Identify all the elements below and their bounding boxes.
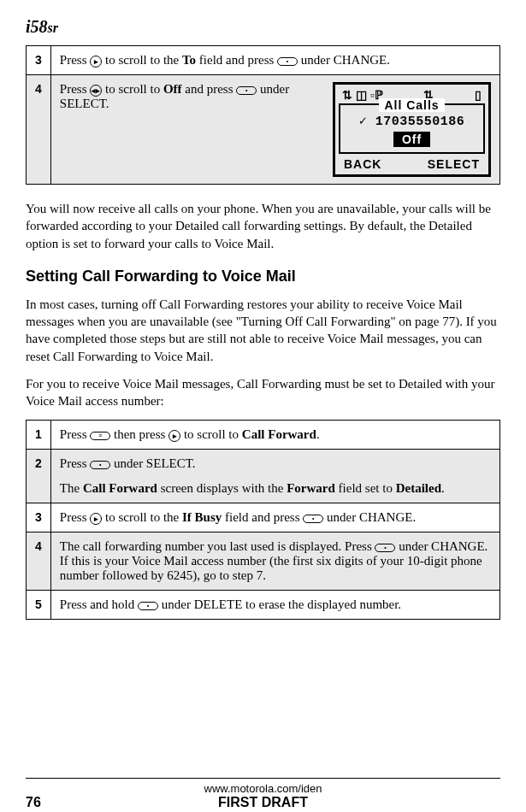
steps-table-2: 1 Press ≡ then press ▸ to scroll to Call… xyxy=(26,420,500,620)
step-row: 3 Press ▸ to scroll to the To field and … xyxy=(27,46,500,75)
step-number: 2 xyxy=(27,450,51,503)
step-text: Press ▸ to scroll to the To field and pr… xyxy=(50,46,499,75)
softkey-icon: • xyxy=(138,602,158,610)
step-text: ⇅ ◫ ▫ℙ ⇅ ▯ All Calls ✓ 17035550186 Off B… xyxy=(50,75,499,185)
product-logo: i58sr xyxy=(26,17,500,37)
step-row: 5 Press and hold • under DELETE to erase… xyxy=(27,591,500,620)
softkey-icon: • xyxy=(236,86,257,95)
step-number: 5 xyxy=(27,591,51,620)
page-footer-row: 76 FIRST DRAFT 00 xyxy=(26,795,500,810)
step-text: The call forwarding number you last used… xyxy=(50,533,499,591)
right-scroll-icon: ▸ xyxy=(90,56,102,68)
right-scroll-icon: ▸ xyxy=(90,513,102,525)
step-row: 3 Press ▸ to scroll to the If Busy field… xyxy=(27,503,500,533)
paragraph: In most cases, turning off Call Forwardi… xyxy=(26,296,500,365)
footer: www.motorola.com/iden xyxy=(26,778,500,795)
step-number: 3 xyxy=(27,46,51,75)
softkey-icon: • xyxy=(277,57,298,66)
step-text: Press ▸ to scroll to the If Busy field a… xyxy=(50,503,499,533)
footer-url: www.motorola.com/iden xyxy=(204,782,322,795)
screen-title: All Calls xyxy=(379,98,444,112)
step-text: Press • under SELECT. The Call Forward s… xyxy=(50,450,499,503)
step-number: 4 xyxy=(27,533,51,591)
step-row: 4 The call forwarding number you last us… xyxy=(27,533,500,591)
screen-number: ✓ 17035550186 xyxy=(340,113,483,129)
draft-label: FIRST DRAFT xyxy=(41,795,485,810)
page-number: 76 xyxy=(26,795,41,810)
menu-icon: ≡ xyxy=(90,432,110,440)
step-text: Press ≡ then press ▸ to scroll to Call F… xyxy=(50,421,499,450)
phone-screen-illustration: ⇅ ◫ ▫ℙ ⇅ ▯ All Calls ✓ 17035550186 Off B… xyxy=(333,82,491,177)
softkey-left: BACK xyxy=(344,157,381,171)
right-scroll-icon: ▸ xyxy=(168,430,180,442)
screen-selected: Off xyxy=(393,132,430,147)
step-row: 4 ⇅ ◫ ▫ℙ ⇅ ▯ All Calls ✓ 17035550186 Off xyxy=(27,75,500,185)
softkey-icon: • xyxy=(90,461,110,469)
step-row: 2 Press • under SELECT. The Call Forward… xyxy=(27,450,500,503)
step-number: 3 xyxy=(27,503,51,533)
paragraph: For you to receive Voice Mail messages, … xyxy=(26,375,500,410)
step-text: Press and hold • under DELETE to erase t… xyxy=(50,591,499,620)
steps-table-1: 3 Press ▸ to scroll to the To field and … xyxy=(26,45,500,185)
step-number: 1 xyxy=(27,421,51,450)
paragraph: You will now receive all calls on your p… xyxy=(26,200,500,252)
softkey-right: SELECT xyxy=(428,157,480,171)
section-heading: Setting Call Forwarding to Voice Mail xyxy=(26,268,500,285)
softkey-icon: • xyxy=(303,515,323,523)
softkey-icon: • xyxy=(375,544,395,552)
step-number: 4 xyxy=(27,75,51,185)
nav-icon: ◂▸ xyxy=(90,85,102,97)
step-row: 1 Press ≡ then press ▸ to scroll to Call… xyxy=(27,421,500,450)
